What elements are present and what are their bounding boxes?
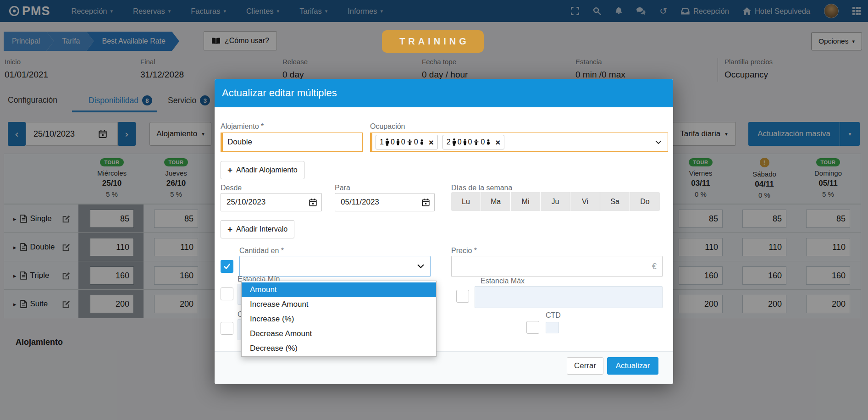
occupancy-chip: 2 0 0 0 ×	[442, 135, 505, 149]
calendar-icon[interactable]	[309, 199, 317, 206]
ctd-checkbox[interactable]	[526, 321, 539, 334]
calendar-icon[interactable]	[422, 199, 430, 206]
dropdown-option-increase-amount[interactable]: Increase Amount	[242, 297, 436, 312]
baby-icon	[420, 139, 424, 145]
alojamiento-field[interactable]	[221, 133, 363, 152]
occupancy-chip: 1 0 0 0 ×	[376, 135, 438, 149]
dropdown-option-increase-pct[interactable]: Increase (%)	[242, 312, 436, 326]
weekday-mi[interactable]: Mi	[511, 192, 541, 211]
ctd-label: CTD	[546, 311, 561, 320]
chevron-down-icon	[655, 140, 662, 144]
remove-chip-icon[interactable]: ×	[495, 138, 500, 147]
estancia-max-input-disabled	[475, 286, 663, 308]
bulk-edit-modal: Actualizar editar múltiples Alojamiento …	[215, 79, 673, 384]
weekday-do[interactable]: Do	[630, 192, 660, 211]
euro-suffix: €	[652, 262, 657, 271]
baby-icon	[486, 139, 491, 145]
precio-field[interactable]: €	[451, 256, 663, 277]
desde-input[interactable]	[221, 198, 321, 207]
weekday-sa[interactable]: Sa	[600, 192, 630, 211]
weekday-ma[interactable]: Ma	[481, 192, 511, 211]
dias-semana-label: Días de la semana	[451, 184, 512, 192]
weekday-lu[interactable]: Lu	[451, 192, 481, 211]
chevron-down-icon	[417, 262, 424, 271]
cantidad-checkbox[interactable]	[221, 260, 233, 273]
child-icon	[463, 139, 467, 145]
alojamiento-input[interactable]	[223, 138, 362, 147]
add-alojamiento-button[interactable]: + Añadir Alojamiento	[221, 161, 304, 179]
junior-icon	[473, 139, 479, 145]
cta-checkbox[interactable]	[221, 322, 233, 335]
plus-icon: +	[227, 165, 232, 175]
weekday-vi[interactable]: Vi	[570, 192, 600, 211]
estancia-max-checkbox[interactable]	[456, 290, 469, 303]
ocupacion-label: Ocupación	[370, 122, 405, 131]
child-icon	[396, 139, 400, 145]
add-intervalo-button[interactable]: + Añadir Intervalo	[221, 220, 294, 238]
plus-icon: +	[227, 224, 232, 234]
update-button[interactable]: Actualizar	[607, 357, 658, 375]
dropdown-option-amount[interactable]: Amount	[242, 282, 436, 297]
para-label: Para	[335, 184, 350, 192]
ctd-input-disabled	[546, 322, 559, 333]
weekday-ju[interactable]: Ju	[541, 192, 570, 211]
desde-label: Desde	[221, 184, 242, 192]
cantidad-en-select[interactable]	[239, 256, 431, 277]
junior-icon	[407, 139, 413, 145]
desde-field[interactable]	[221, 193, 322, 211]
training-badge: TRAINING	[382, 30, 484, 53]
dropdown-option-decrease-pct[interactable]: Decrease (%)	[242, 341, 436, 356]
precio-label: Precio *	[451, 247, 477, 255]
para-input[interactable]	[335, 198, 434, 207]
remove-chip-icon[interactable]: ×	[429, 138, 434, 147]
modal-title: Actualizar editar múltiples	[222, 87, 337, 99]
modal-header: Actualizar editar múltiples	[215, 79, 673, 107]
close-button[interactable]: Cerrar	[567, 357, 603, 375]
ocupacion-select[interactable]: 1 0 0 0 × 2 0 0 0 ×	[370, 133, 668, 152]
alojamiento-label: Alojamiento *	[221, 122, 264, 131]
adult-icon	[385, 138, 389, 146]
weekday-group: Lu Ma Mi Ju Vi Sa Do	[451, 192, 660, 211]
cantidad-en-label: Cantidad en *	[239, 247, 284, 255]
cantidad-en-dropdown: Amount Increase Amount Increase (%) Decr…	[241, 281, 437, 357]
adult-icon	[452, 138, 456, 146]
estancia-min-checkbox[interactable]	[221, 287, 233, 300]
dropdown-option-decrease-amount[interactable]: Decrease Amount	[242, 326, 436, 341]
precio-input[interactable]	[452, 256, 662, 276]
check-icon	[223, 263, 231, 270]
para-field[interactable]	[335, 193, 435, 211]
estancia-max-label: Estancia Máx	[481, 277, 525, 285]
